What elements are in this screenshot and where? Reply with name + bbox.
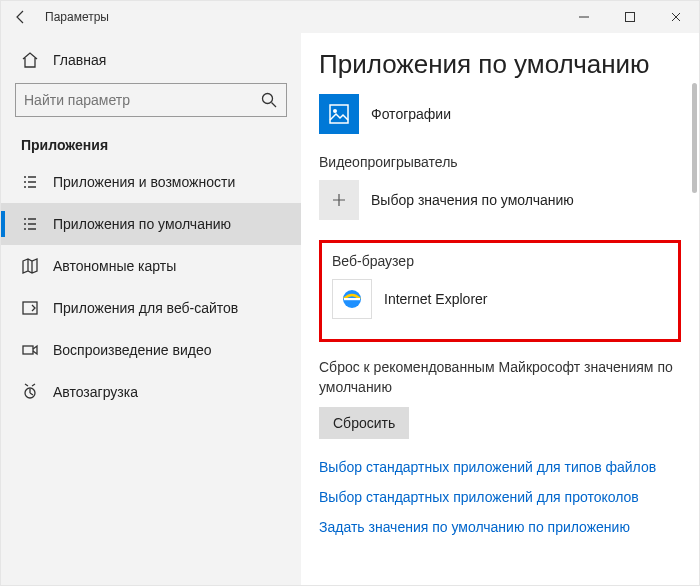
sidebar-item-label: Приложения по умолчанию bbox=[53, 216, 231, 232]
home-icon bbox=[21, 51, 39, 69]
titlebar: Параметры bbox=[1, 1, 699, 33]
video-default-label: Выбор значения по умолчанию bbox=[371, 192, 574, 208]
sidebar-section-title: Приложения bbox=[1, 127, 301, 161]
home-nav[interactable]: Главная bbox=[1, 43, 301, 77]
back-button[interactable] bbox=[1, 9, 41, 25]
plus-icon bbox=[319, 180, 359, 220]
sidebar-item-label: Приложения и возможности bbox=[53, 174, 235, 190]
browser-section-label: Веб-браузер bbox=[332, 253, 668, 269]
video-default[interactable]: Выбор значения по умолчанию bbox=[319, 180, 681, 220]
browser-app-name: Internet Explorer bbox=[384, 291, 488, 307]
sidebar-item-apps-websites[interactable]: Приложения для веб-сайтов bbox=[1, 287, 301, 329]
sidebar-item-label: Воспроизведение видео bbox=[53, 342, 211, 358]
link-by-app[interactable]: Задать значения по умолчанию по приложен… bbox=[319, 519, 681, 535]
map-icon bbox=[21, 257, 39, 275]
svg-rect-5 bbox=[330, 105, 348, 123]
video-section-label: Видеопроигрыватель bbox=[319, 154, 681, 170]
sidebar-item-video-playback[interactable]: Воспроизведение видео bbox=[1, 329, 301, 371]
window-title: Параметры bbox=[41, 10, 109, 24]
startup-icon bbox=[21, 383, 39, 401]
photos-app-name: Фотографии bbox=[371, 106, 451, 122]
link-protocols[interactable]: Выбор стандартных приложений для протоко… bbox=[319, 489, 681, 505]
scrollbar[interactable] bbox=[692, 83, 697, 193]
sidebar-item-startup[interactable]: Автозагрузка bbox=[1, 371, 301, 413]
svg-rect-8 bbox=[344, 298, 360, 300]
browser-default[interactable]: Internet Explorer bbox=[332, 279, 668, 319]
video-icon bbox=[21, 341, 39, 359]
main-content: Приложения по умолчанию Фотографии Видео… bbox=[301, 33, 699, 585]
link-file-types[interactable]: Выбор стандартных приложений для типов ф… bbox=[319, 459, 681, 475]
photos-icon bbox=[319, 94, 359, 134]
sidebar-item-offline-maps[interactable]: Автономные карты bbox=[1, 245, 301, 287]
browser-highlight: Веб-браузер Internet Explorer bbox=[319, 240, 681, 342]
photos-default[interactable]: Фотографии bbox=[319, 94, 681, 134]
defaults-icon bbox=[21, 215, 39, 233]
list-icon bbox=[21, 173, 39, 191]
sidebar-item-default-apps[interactable]: Приложения по умолчанию bbox=[1, 203, 301, 245]
search-icon bbox=[260, 91, 278, 109]
minimize-button[interactable] bbox=[561, 1, 607, 33]
maximize-button[interactable] bbox=[607, 1, 653, 33]
close-button[interactable] bbox=[653, 1, 699, 33]
home-label: Главная bbox=[53, 52, 106, 68]
sidebar-item-label: Приложения для веб-сайтов bbox=[53, 300, 238, 316]
svg-rect-0 bbox=[626, 13, 635, 22]
reset-description: Сброс к рекомендованным Майкрософт значе… bbox=[319, 358, 681, 397]
svg-point-1 bbox=[263, 94, 273, 104]
sidebar-item-label: Автозагрузка bbox=[53, 384, 138, 400]
search-field[interactable] bbox=[24, 92, 260, 108]
sidebar-item-apps-features[interactable]: Приложения и возможности bbox=[1, 161, 301, 203]
page-title: Приложения по умолчанию bbox=[319, 49, 681, 80]
svg-point-6 bbox=[333, 109, 337, 113]
sidebar-item-label: Автономные карты bbox=[53, 258, 176, 274]
sidebar: Главная Приложения Приложения и возможно… bbox=[1, 33, 301, 585]
website-icon bbox=[21, 299, 39, 317]
svg-rect-3 bbox=[23, 346, 33, 354]
ie-icon bbox=[332, 279, 372, 319]
reset-button[interactable]: Сбросить bbox=[319, 407, 409, 439]
search-input[interactable] bbox=[15, 83, 287, 117]
